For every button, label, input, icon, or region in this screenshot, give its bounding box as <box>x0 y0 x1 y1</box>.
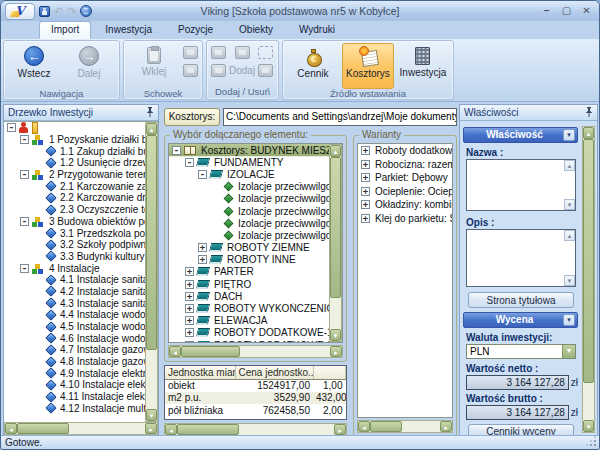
tree-item[interactable]: 4.11 Instalacje elektry <box>4 391 145 403</box>
expander-minus-icon[interactable]: - <box>185 158 194 167</box>
chevron-down-icon[interactable]: ▾ <box>563 129 575 141</box>
tree-item[interactable]: +DACH <box>169 290 329 302</box>
tree-item[interactable]: -3 Budowa obiektów podst <box>4 216 145 228</box>
tree-item[interactable]: 4.9 Instalacje elektryc <box>4 367 145 379</box>
tab-obiekty[interactable]: Obiekty <box>227 21 285 39</box>
scroll-down-icon[interactable]: ▾ <box>330 329 341 341</box>
expander-plus-icon[interactable]: + <box>185 316 194 325</box>
scrollbar-thumb[interactable] <box>177 424 239 435</box>
expander-minus-icon[interactable]: - <box>20 135 29 144</box>
tree-item[interactable]: 4.8 Instalacje gazowe <box>4 356 145 368</box>
table-column-header[interactable]: Jednostka miary <box>165 366 235 379</box>
tree-item[interactable]: 3.1 Przedszkola podpi <box>4 227 145 239</box>
table-row[interactable]: m2 p.u.3529,90432,00 <box>165 392 346 405</box>
tree-item[interactable]: +ROBOTY INNE <box>169 254 329 266</box>
tree-item[interactable]: 4.2 Instalacje sanitarn <box>4 286 145 298</box>
scroll-up-icon[interactable]: ▴ <box>146 123 157 135</box>
wstecz-button[interactable]: ← Wstecz <box>8 43 60 89</box>
tree-item[interactable]: 1.2 Usunięcie drzew i <box>4 157 145 169</box>
expander-plus-icon[interactable]: + <box>185 304 194 313</box>
expander-minus-icon[interactable]: - <box>198 170 207 179</box>
table-column-header[interactable] <box>313 366 346 379</box>
expander-plus-icon[interactable]: + <box>198 255 207 264</box>
tree-item[interactable]: -FUNDAMENTY <box>169 156 329 168</box>
scroll-left-icon[interactable]: ◂ <box>169 346 181 357</box>
expander-plus-icon[interactable]: + <box>185 292 194 301</box>
scroll-up-icon[interactable]: ▴ <box>583 127 594 139</box>
dalej-button[interactable]: → Dalej <box>63 43 115 89</box>
tree-item[interactable]: +Ocieplenie: Ocieplenie P <box>358 185 452 199</box>
scrollbar-thumb[interactable] <box>146 135 157 350</box>
cennik-button[interactable]: Cennik <box>287 43 339 89</box>
scroll-right-icon[interactable]: ▸ <box>440 421 452 432</box>
expander-plus-icon[interactable]: + <box>361 173 370 182</box>
tree-item[interactable]: Izolacje przeciwwilgoc.po <box>169 205 329 217</box>
tree-item[interactable]: 1.1 Zakup działki budo <box>4 145 145 157</box>
redo-icon[interactable]: ↷ <box>67 6 76 17</box>
expander-plus-icon[interactable]: + <box>198 243 207 252</box>
tree-item[interactable]: +ROBOTY DODATKOWE-1 <box>169 327 329 339</box>
expander-plus-icon[interactable]: + <box>185 341 194 342</box>
scroll-up-icon[interactable]: ▲ <box>564 230 575 241</box>
scroll-down-icon[interactable]: ▾ <box>583 420 594 432</box>
horizontal-scrollbar[interactable]: ◂ ▸ <box>4 422 158 435</box>
tree-item[interactable]: +Klej do parkietu: Standar <box>358 212 452 226</box>
save-icon[interactable] <box>39 6 50 17</box>
tree-item[interactable]: -2 Przygotowanie terenu i p <box>4 169 145 181</box>
tree-item[interactable]: 4.1 Instalacje sanitarn <box>4 274 145 286</box>
expander-minus-icon[interactable]: - <box>172 146 181 155</box>
tree-item[interactable]: +ELEWACJA <box>169 315 329 327</box>
tree-item[interactable]: -Kosztorys: BUDYNEK MIESZKALNY <box>169 144 329 156</box>
tree-item[interactable]: 4.12 Instalacje multim <box>4 403 145 415</box>
tree-item[interactable]: +Robocizna: razem <box>358 158 452 172</box>
vertical-scrollbar[interactable]: ▴ ▾ <box>582 126 595 433</box>
scroll-down-icon[interactable]: ▾ <box>146 409 157 421</box>
scroll-down-icon[interactable]: ▼ <box>564 199 575 210</box>
chevron-down-icon[interactable]: ▾ <box>563 314 575 326</box>
horizontal-scrollbar[interactable]: ◂ ▸ <box>357 420 453 433</box>
expander-minus-icon[interactable]: - <box>20 264 29 273</box>
tree-item[interactable]: +PIĘTRO <box>169 278 329 290</box>
scrollbar-thumb[interactable] <box>330 157 341 298</box>
dodaj-button[interactable]: Dodaj <box>229 64 255 77</box>
section-header-wycena[interactable]: Wycena ▾ <box>463 312 578 328</box>
tree-item[interactable]: Izolacje przeciwwilgociow <box>169 229 329 241</box>
strona-tytulowa-button[interactable]: Strona tytułowa <box>468 292 574 308</box>
tree-item[interactable]: Izolacje przeciwwilgoc.po <box>169 181 329 193</box>
kosztorys-button[interactable]: Kosztorys <box>342 43 394 89</box>
expander-plus-icon[interactable]: + <box>185 267 194 276</box>
expander-plus-icon[interactable]: + <box>361 187 370 196</box>
close-button[interactable]: ✕ <box>578 4 595 18</box>
undo-icon[interactable]: ↶ <box>54 6 63 17</box>
resize-grip[interactable] <box>594 444 596 446</box>
table-row[interactable]: pół bliźniaka762458,502,00 <box>165 404 346 417</box>
maximize-button[interactable]: ▢ <box>558 4 575 18</box>
scroll-down-icon[interactable]: ▼ <box>564 275 575 286</box>
scroll-left-icon[interactable]: ◂ <box>358 421 370 432</box>
tree-item[interactable]: +Okładziny: kombinowana <box>358 198 452 212</box>
tree-item[interactable]: 3.2 Szkoły podpiwnicz <box>4 239 145 251</box>
table-row[interactable]: obiekt1524917,001,00 <box>165 379 346 392</box>
marquee-select-alt-icon[interactable] <box>258 64 273 77</box>
expander-plus-icon[interactable]: + <box>361 146 370 155</box>
expander-minus-icon[interactable]: - <box>20 170 29 179</box>
pin-icon[interactable] <box>585 107 593 118</box>
tree-item[interactable]: 4.10 Instalacje elektry <box>4 379 145 391</box>
expander-plus-icon[interactable]: + <box>361 200 370 209</box>
tree-item[interactable]: - <box>4 122 145 134</box>
app-logo[interactable]: V <box>5 3 35 20</box>
expander-plus-icon[interactable]: + <box>185 328 194 337</box>
scroll-left-icon[interactable]: ◂ <box>165 424 177 435</box>
scrollbar-thumb[interactable] <box>17 423 69 434</box>
table-column-header[interactable]: Cena jednostko... <box>235 366 313 379</box>
nazwa-input[interactable] <box>466 159 576 211</box>
pin-icon[interactable] <box>146 107 154 118</box>
inwestycja-button[interactable]: Inwestycja <box>397 43 449 89</box>
minimize-button[interactable]: – <box>538 4 555 18</box>
scroll-up-icon[interactable]: ▴ <box>330 145 341 157</box>
tree-item[interactable]: -IZOLACJE <box>169 168 329 180</box>
scroll-up-icon[interactable]: ▲ <box>564 160 575 171</box>
scroll-right-icon[interactable]: ▸ <box>330 346 342 357</box>
remove-icon[interactable] <box>211 64 226 77</box>
currency-select[interactable]: PLN ▼ <box>466 344 576 359</box>
